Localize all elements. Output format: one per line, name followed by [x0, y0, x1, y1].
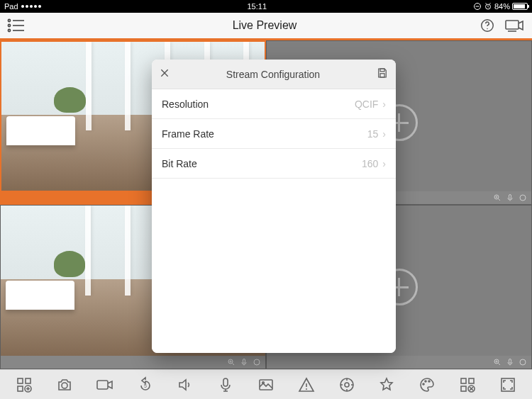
- wifi-icon: [21, 5, 41, 8]
- close-button[interactable]: [159, 67, 170, 82]
- alert-button[interactable]: [291, 370, 322, 400]
- camera-button[interactable]: [49, 370, 80, 400]
- row-value: 15: [367, 128, 379, 140]
- help-icon[interactable]: [480, 18, 495, 33]
- menu-icon[interactable]: [7, 18, 26, 33]
- mic-small-icon: [506, 358, 514, 366]
- svg-rect-10: [506, 21, 519, 29]
- svg-rect-59: [461, 378, 466, 383]
- svg-point-49: [306, 388, 307, 390]
- svg-point-29: [254, 359, 260, 365]
- record-icon: [519, 358, 527, 366]
- star-button[interactable]: [371, 370, 402, 400]
- battery-icon: [512, 3, 528, 10]
- grid-add-button[interactable]: [9, 370, 40, 400]
- device-icon[interactable]: [505, 18, 525, 33]
- svg-rect-60: [469, 378, 474, 383]
- svg-rect-61: [461, 386, 466, 391]
- svg-rect-34: [509, 359, 511, 364]
- svg-point-42: [62, 383, 67, 388]
- svg-point-6: [8, 29, 10, 31]
- chevron-right-icon: ›: [382, 158, 386, 169]
- page-title: Live Preview: [50, 19, 480, 32]
- modal-title: Stream Configuration: [170, 69, 376, 80]
- svg-rect-68: [380, 69, 384, 72]
- save-button[interactable]: [376, 67, 389, 82]
- fullscreen-button[interactable]: [492, 370, 523, 400]
- status-time: 15:11: [41, 2, 473, 11]
- svg-point-9: [487, 28, 487, 29]
- svg-rect-28: [243, 359, 245, 364]
- svg-rect-45: [223, 378, 228, 386]
- record-icon: [253, 358, 261, 366]
- svg-line-19: [499, 199, 501, 201]
- svg-point-51: [345, 383, 349, 387]
- aperture-button[interactable]: [331, 370, 362, 400]
- mic-button[interactable]: [210, 370, 241, 400]
- svg-point-57: [425, 381, 426, 382]
- alarm-icon: [484, 2, 492, 11]
- svg-point-2: [8, 19, 10, 21]
- svg-rect-22: [509, 195, 511, 199]
- status-bar: Pad 15:11 84%: [0, 0, 532, 13]
- row-bit-rate[interactable]: Bit Rate 160 ›: [152, 149, 396, 179]
- svg-line-25: [233, 364, 235, 366]
- row-label: Frame Rate: [162, 128, 214, 140]
- svg-line-31: [499, 364, 501, 366]
- zoom-icon: [493, 193, 501, 202]
- svg-rect-43: [97, 381, 108, 389]
- chevron-right-icon: ›: [382, 99, 386, 110]
- cell-strip: [267, 356, 531, 369]
- row-value: 160: [362, 158, 378, 169]
- status-device: Pad: [4, 2, 18, 11]
- svg-point-58: [428, 381, 430, 382]
- rewind-button[interactable]: 5: [130, 370, 161, 400]
- svg-point-35: [520, 359, 526, 365]
- svg-rect-36: [18, 378, 23, 383]
- svg-rect-69: [380, 73, 384, 77]
- app-header: Live Preview: [0, 13, 532, 40]
- zoom-icon: [227, 358, 235, 366]
- mic-small-icon: [506, 193, 514, 202]
- mic-small-icon: [240, 358, 248, 366]
- video-button[interactable]: [89, 370, 121, 400]
- speaker-button[interactable]: [170, 370, 201, 400]
- svg-point-23: [520, 195, 526, 201]
- record-icon: [519, 193, 527, 202]
- cell-strip: [1, 356, 265, 369]
- bottom-toolbar: 5: [0, 369, 532, 399]
- dnd-icon: [473, 2, 482, 11]
- image-button[interactable]: [250, 370, 282, 400]
- svg-point-4: [8, 24, 10, 26]
- zoom-icon: [493, 358, 501, 366]
- chevron-right-icon: ›: [382, 128, 386, 140]
- svg-rect-38: [18, 386, 23, 391]
- row-value: QCIF: [355, 99, 378, 110]
- svg-point-56: [423, 383, 424, 385]
- svg-text:5: 5: [144, 383, 147, 388]
- palette-button[interactable]: [411, 370, 443, 400]
- row-frame-rate[interactable]: Frame Rate 15 ›: [152, 119, 396, 149]
- row-label: Bit Rate: [162, 158, 197, 169]
- row-resolution[interactable]: Resolution QCIF ›: [152, 89, 396, 119]
- row-label: Resolution: [162, 99, 209, 110]
- battery-pct: 84%: [494, 2, 510, 11]
- stream-config-modal: Stream Configuration Resolution QCIF › F…: [152, 60, 396, 353]
- grid-remove-button[interactable]: [452, 370, 483, 400]
- svg-rect-37: [26, 378, 31, 383]
